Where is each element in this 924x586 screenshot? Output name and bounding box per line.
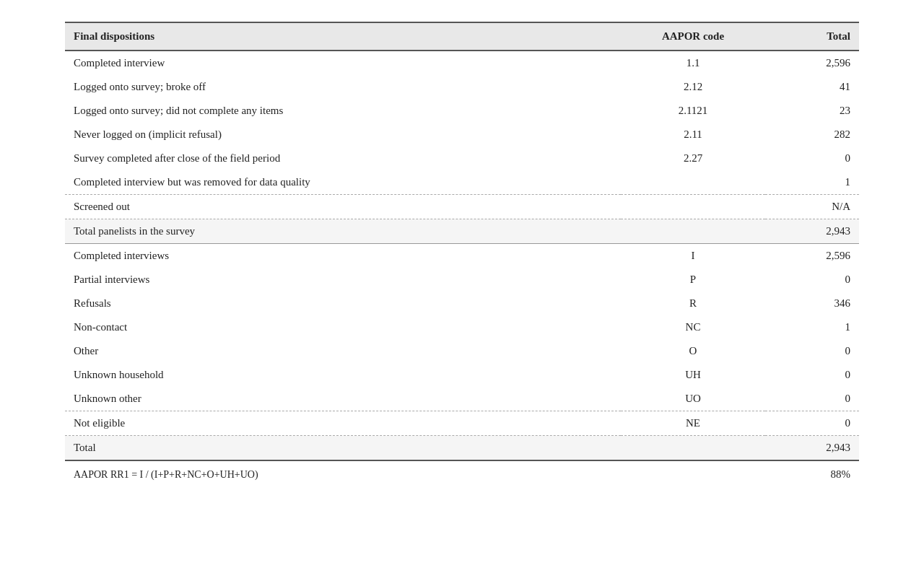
cell-aapor-code: P [621, 268, 765, 292]
table-row: RefusalsR346 [65, 292, 859, 315]
cell-aapor-code: NE [621, 411, 765, 436]
cell-disposition: Logged onto survey; broke off [65, 75, 621, 99]
table-row: Never logged on (implicit refusal)2.1128… [65, 123, 859, 146]
table-row: AAPOR RR1 = I / (I+P+R+NC+O+UH+UO)88% [65, 460, 859, 488]
cell-disposition: Refusals [65, 292, 621, 315]
header-total: Total [765, 22, 859, 51]
cell-aapor-code: I [621, 244, 765, 268]
cell-disposition: Total [65, 436, 621, 461]
cell-aapor-code [621, 170, 765, 195]
cell-aapor-code: UO [621, 387, 765, 411]
table-row: Logged onto survey; did not complete any… [65, 99, 859, 123]
cell-aapor-code: UH [621, 363, 765, 387]
cell-aapor-code: 2.27 [621, 146, 765, 170]
table-row: Non-contactNC1 [65, 315, 859, 339]
cell-total: 88% [765, 460, 859, 488]
cell-aapor-code: 2.11 [621, 123, 765, 146]
cell-aapor-code [621, 219, 765, 244]
cell-aapor-code: 2.12 [621, 75, 765, 99]
cell-disposition: Non-contact [65, 315, 621, 339]
table-row: Not eligibleNE0 [65, 411, 859, 436]
table-row: Logged onto survey; broke off2.1241 [65, 75, 859, 99]
table-row: Completed interview but was removed for … [65, 170, 859, 195]
cell-disposition: Never logged on (implicit refusal) [65, 123, 621, 146]
cell-total: 0 [765, 146, 859, 170]
cell-aapor-code [621, 436, 765, 461]
cell-disposition: Unknown other [65, 387, 621, 411]
table-header-row: Final dispositions AAPOR code Total [65, 22, 859, 51]
table-row: Unknown otherUO0 [65, 387, 859, 411]
table-row: Screened outN/A [65, 195, 859, 219]
cell-disposition: Total panelists in the survey [65, 219, 621, 244]
dispositions-table: Final dispositions AAPOR code Total Comp… [65, 22, 859, 488]
table-row: Unknown householdUH0 [65, 363, 859, 387]
cell-total: 0 [765, 363, 859, 387]
table-row: Completed interview1.12,596 [65, 51, 859, 75]
cell-aapor-code [621, 195, 765, 219]
table-row: Completed interviewsI2,596 [65, 244, 859, 268]
cell-disposition: Completed interview but was removed for … [65, 170, 621, 195]
cell-total: 0 [765, 339, 859, 363]
table-row: Total panelists in the survey2,943 [65, 219, 859, 244]
cell-aapor-code: O [621, 339, 765, 363]
cell-aapor-code: 1.1 [621, 51, 765, 75]
cell-total: 41 [765, 75, 859, 99]
table-row: Total2,943 [65, 436, 859, 461]
cell-disposition: Screened out [65, 195, 621, 219]
table-row: OtherO0 [65, 339, 859, 363]
cell-disposition: Completed interviews [65, 244, 621, 268]
cell-total: 0 [765, 411, 859, 436]
cell-total: 1 [765, 315, 859, 339]
cell-disposition: Completed interview [65, 51, 621, 75]
cell-aapor-code: R [621, 292, 765, 315]
table-container: Final dispositions AAPOR code Total Comp… [65, 22, 859, 488]
cell-disposition: AAPOR RR1 = I / (I+P+R+NC+O+UH+UO) [65, 460, 621, 488]
cell-total: 2,596 [765, 244, 859, 268]
header-disposition: Final dispositions [65, 22, 621, 51]
cell-disposition: Other [65, 339, 621, 363]
cell-total: 2,596 [765, 51, 859, 75]
header-aapor-code: AAPOR code [621, 22, 765, 51]
table-row: Partial interviewsP0 [65, 268, 859, 292]
cell-total: 0 [765, 268, 859, 292]
cell-aapor-code: 2.1121 [621, 99, 765, 123]
cell-total: 346 [765, 292, 859, 315]
cell-disposition: Partial interviews [65, 268, 621, 292]
cell-total: 0 [765, 387, 859, 411]
cell-total: 2,943 [765, 219, 859, 244]
cell-disposition: Survey completed after close of the fiel… [65, 146, 621, 170]
cell-disposition: Unknown household [65, 363, 621, 387]
cell-disposition: Not eligible [65, 411, 621, 436]
cell-disposition: Logged onto survey; did not complete any… [65, 99, 621, 123]
cell-total: 282 [765, 123, 859, 146]
table-row: Survey completed after close of the fiel… [65, 146, 859, 170]
cell-total: 2,943 [765, 436, 859, 461]
cell-aapor-code: NC [621, 315, 765, 339]
cell-total: N/A [765, 195, 859, 219]
cell-total: 23 [765, 99, 859, 123]
cell-total: 1 [765, 170, 859, 195]
cell-aapor-code [621, 460, 765, 488]
